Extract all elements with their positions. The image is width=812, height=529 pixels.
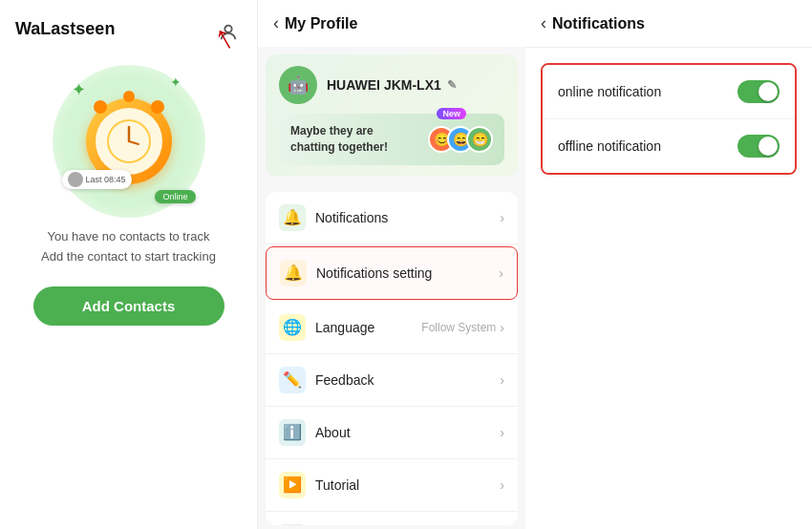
offline-notification-label: offline notification — [558, 138, 661, 154]
chevron-icon-2: › — [499, 265, 503, 281]
chevron-icon: › — [500, 210, 504, 225]
menu-item-tutorial[interactable]: ▶️ Tutorial › — [266, 459, 518, 512]
app-title: WaLastseen — [15, 19, 115, 39]
promo-badge-label: New — [437, 108, 466, 119]
middle-header: ‹ My Profile — [258, 0, 525, 47]
clock-face — [96, 108, 162, 175]
chevron-icon-6: › — [500, 477, 504, 493]
menu-section: 🔔 Notifications › 🔔 Notifications settin… — [266, 192, 518, 525]
menu-label-notifications-setting: Notifications setting — [316, 265, 499, 281]
edit-icon[interactable]: ✎ — [447, 78, 457, 92]
language-sublabel: Follow System — [421, 321, 496, 334]
language-icon: 🌐 — [279, 314, 306, 341]
notification-item-offline: offline notification — [543, 119, 795, 173]
about-icon: ℹ️ — [279, 419, 306, 446]
badge-last: Last 08:45 — [62, 170, 132, 189]
notification-item-online: online notification — [543, 65, 795, 119]
profile-icon-button[interactable] — [215, 19, 242, 46]
left-panel: WaLastseen ↑ ✦ ✦ — [0, 0, 258, 529]
menu-label-notifications: Notifications — [315, 210, 500, 225]
offline-notification-toggle[interactable] — [737, 135, 780, 158]
menu-item-notifications-setting[interactable]: 🔔 Notifications setting › — [266, 246, 518, 300]
menu-item-learn-more[interactable]: 🔗 Learn More › — [266, 512, 518, 525]
back-arrow-icon[interactable]: ‹ — [273, 13, 279, 33]
sparkle-right-icon: ✦ — [170, 74, 182, 90]
right-back-arrow-icon[interactable]: ‹ — [541, 13, 546, 33]
menu-label-tutorial: Tutorial — [315, 477, 500, 493]
clock-bell-left — [94, 100, 107, 114]
clock-illustration: ✦ ✦ Last 08:45 Online — [53, 65, 205, 218]
notifications-list: online notification offline notification — [541, 63, 797, 175]
svg-point-0 — [224, 26, 231, 32]
right-title: Notifications — [552, 15, 645, 32]
promo-avatar-3: 😁 — [466, 126, 493, 153]
promo-banner: Maybe they arechatting together! New 😊 😄… — [279, 114, 504, 165]
profile-info: 🤖 HUAWEI JKM-LX1 ✎ — [279, 66, 504, 104]
badge-online: Online — [155, 190, 195, 203]
menu-label-about: About — [315, 425, 500, 440]
menu-item-language[interactable]: 🌐 Language Follow System › — [266, 302, 518, 354]
right-header: ‹ Notifications — [525, 0, 812, 48]
menu-item-feedback[interactable]: ✏️ Feedback › — [266, 354, 518, 407]
sparkle-left-icon: ✦ — [72, 79, 86, 100]
clock-bell-right — [151, 100, 164, 114]
left-header: WaLastseen — [15, 19, 242, 46]
profile-name: HUAWEI JKM-LX1 ✎ — [327, 77, 457, 93]
right-panel: ‹ Notifications online notification offl… — [525, 0, 812, 529]
online-notification-toggle[interactable] — [737, 80, 780, 103]
profile-card: 🤖 HUAWEI JKM-LX1 ✎ Maybe they arechattin… — [266, 54, 518, 177]
feedback-icon: ✏️ — [279, 367, 306, 393]
menu-label-feedback: Feedback — [315, 372, 500, 388]
promo-avatars: 😊 😄 😁 — [436, 126, 493, 153]
notifications-setting-icon: 🔔 — [280, 260, 307, 286]
learn-more-icon: 🔗 — [279, 524, 306, 525]
middle-panel: ‹ My Profile 🤖 HUAWEI JKM-LX1 ✎ Maybe th… — [258, 0, 525, 529]
menu-item-about[interactable]: ℹ️ About › — [266, 407, 518, 459]
chevron-icon-4: › — [500, 372, 504, 388]
menu-item-notifications[interactable]: 🔔 Notifications › — [266, 192, 518, 244]
no-contacts-text: You have no contacts to track Add the co… — [41, 227, 216, 267]
promo-text: Maybe they arechatting together! — [290, 123, 388, 156]
add-contacts-button[interactable]: Add Contacts — [33, 286, 224, 326]
menu-label-language: Language — [315, 320, 421, 335]
tutorial-icon: ▶️ — [279, 472, 306, 498]
online-notification-label: online notification — [558, 84, 661, 99]
avatar: 🤖 — [279, 66, 317, 104]
chevron-icon-3: › — [500, 320, 504, 335]
notifications-icon: 🔔 — [279, 204, 306, 231]
middle-title: My Profile — [285, 15, 357, 32]
clock-handle-top — [123, 91, 135, 102]
chevron-icon-5: › — [500, 425, 504, 440]
